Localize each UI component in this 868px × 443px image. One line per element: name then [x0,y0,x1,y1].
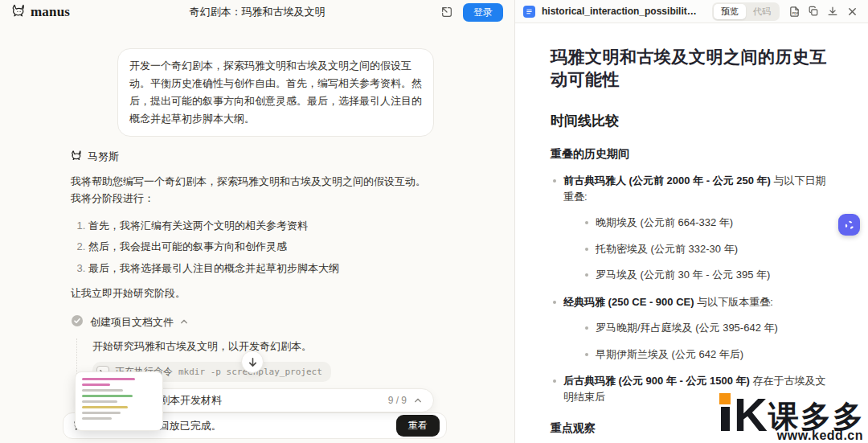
timeline-sublist: 晚期埃及 (公元前 664-332 年) 托勒密埃及 (公元前 332-30 年… [583,215,836,283]
document-panel: historical_interaction_possibilities 预览 … [514,0,868,443]
popup-line [82,384,110,386]
scroll-to-bottom-button[interactable] [241,351,264,373]
manus-wordmark: manus [31,4,70,20]
popup-line [82,395,133,397]
task-header-create-docs[interactable]: 创建项目文档文件 [71,314,434,330]
agent-intro: 我将帮助您编写一个奇幻剧本，探索玛雅文明和古埃及文明之间的假设互动。我将分阶段进… [71,174,434,207]
popup-line [82,400,117,403]
plan-item: 然后，我会提出可能的叙事方向和创作灵感 [88,239,434,255]
export-pdf-icon[interactable]: PDF [786,3,802,19]
left-header: manus 奇幻剧本：玛雅和古埃及文明 登录 [0,0,514,24]
agent-start-note: 让我立即开始研究阶段。 [71,285,434,302]
download-icon[interactable] [825,3,841,19]
document-panel-header: historical_interaction_possibilities 预览 … [515,0,868,23]
share-icon[interactable] [439,4,455,20]
task-note: 开始研究玛雅和古埃及文明，以开发奇幻剧本。 [92,338,434,355]
chevron-up-icon[interactable] [180,316,188,328]
floating-extension-icon[interactable] [838,214,860,236]
plan-item: 最后，我将选择最引人注目的概念并起草初步脚本大纲 [88,260,434,277]
tab-code[interactable]: 代码 [746,4,778,19]
manus-logo[interactable]: manus [11,3,70,21]
task-done-check-icon [71,314,84,330]
tab-preview[interactable]: 预览 [714,4,746,19]
timeline-subitem: 晚期埃及 (公元前 664-332 年) [583,215,836,231]
plan-item: 首先，我将汇编有关这两个文明的相关参考资料 [88,218,434,234]
document-file-icon [523,6,535,18]
timeline-item: 前古典玛雅人 (公元前 2000 年 - 公元 250 年) 与以下日期重叠: [551,173,836,204]
popup-line [82,417,112,420]
task-title: 创建项目文档文件 [90,315,174,330]
login-button[interactable]: 登录 [463,3,503,22]
doc-section-timeline: 时间线比较 [551,112,836,130]
copy-icon[interactable] [805,3,821,19]
session-title: 奇幻剧本：玛雅和古埃及文明 [0,5,514,19]
timeline-list: 经典玛雅 (250 CE - 900 CE) 与以下版本重叠: [551,294,836,310]
timeline-sublist: 罗马晚期/拜占庭埃及 (公元 395-642 年) 早期伊斯兰埃及 (公元 64… [583,320,836,362]
svg-text:PDF: PDF [792,11,798,15]
chevron-up-icon[interactable] [414,395,422,407]
watermark-k: K [734,395,765,434]
timeline-list: 前古典玛雅人 (公元前 2000 年 - 公元 250 年) 与以下日期重叠: [551,173,836,204]
chat-panel: manus 奇幻剧本：玛雅和古埃及文明 登录 开发一个奇幻剧本，探索玛雅文明和古… [0,0,514,443]
timeline-subitem: 罗马晚期/拜占庭埃及 (公元 395-642 年) [583,320,836,336]
manus-goat-icon [11,3,27,21]
app-window: manus 奇幻剧本：玛雅和古埃及文明 登录 开发一个奇幻剧本，探索玛雅文明和古… [0,0,868,443]
doc-title: 玛雅文明和古埃及文明之间的历史互动可能性 [551,46,836,91]
close-icon[interactable] [844,3,860,19]
agent-avatar-goat-icon [71,150,83,164]
document-filename: historical_interaction_possibilities [542,6,699,17]
agent-header: 马努斯 [71,150,434,164]
agent-name: 马努斯 [88,150,119,164]
popup-line [82,406,128,408]
kedd-watermark: K 课多多 www.kedd.cn [719,393,865,443]
doc-subsection-overlap: 重叠的历史期间 [551,147,836,162]
todo-file-preview-popup[interactable] [75,371,163,431]
view-mode-toggle: 预览 代码 [712,2,780,21]
timeline-item: 经典玛雅 (250 CE - 900 CE) 与以下版本重叠: [551,294,836,310]
watermark-i-mark [719,393,731,434]
rewatch-button[interactable]: 重看 [396,415,440,437]
popup-line [82,378,135,380]
user-message-bubble: 开发一个奇幻剧本，探索玛雅文明和古埃及文明之间的假设互动。平衡历史准确性与创作自… [117,48,434,137]
document-content[interactable]: 玛雅文明和古埃及文明之间的历史互动可能性 时间线比较 重叠的历史期间 前古典玛雅… [515,23,868,443]
popup-line [82,389,123,392]
popup-line [82,412,121,414]
timeline-subitem: 罗马埃及 (公元前 30 年 - 公元 395 年) [583,267,836,283]
timeline-subitem: 早期伊斯兰埃及 (公元 642 年后) [583,347,836,363]
agent-plan-list: 首先，我将汇编有关这两个文明的相关参考资料 然后，我会提出可能的叙事方向和创作灵… [75,218,434,277]
timeline-subitem: 托勒密埃及 (公元前 332-30 年) [583,241,836,257]
progress-count: 9 / 9 [388,395,407,406]
